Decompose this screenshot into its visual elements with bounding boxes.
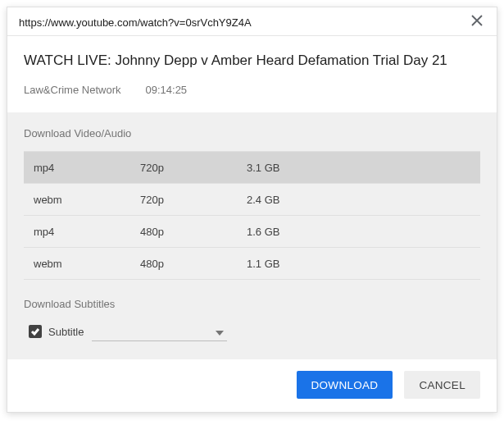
- size-cell: 3.1 GB: [247, 162, 470, 174]
- size-cell: 1.1 GB: [247, 258, 470, 270]
- subtitle-heading: Download Subtitles: [24, 298, 480, 310]
- format-row[interactable]: webm 480p 1.1 GB: [24, 248, 480, 280]
- quality-cell: 720p: [140, 162, 247, 174]
- download-section: Download Video/Audio mp4 720p 3.1 GB web…: [7, 112, 497, 359]
- dialog-header: https://www.youtube.com/watch?v=0srVchY9…: [7, 7, 497, 36]
- subtitle-language-select[interactable]: [92, 322, 227, 341]
- subtitle-section: Download Subtitles Subtitle: [24, 298, 480, 341]
- video-title: WATCH LIVE: Johnny Depp v Amber Heard De…: [24, 53, 480, 69]
- format-row[interactable]: webm 720p 2.4 GB: [24, 184, 480, 216]
- size-cell: 1.6 GB: [247, 226, 470, 238]
- subtitle-row: Subtitle: [24, 322, 480, 341]
- download-button[interactable]: DOWNLOAD: [297, 371, 393, 399]
- video-url: https://www.youtube.com/watch?v=0srVchY9…: [19, 16, 252, 29]
- format-cell: webm: [34, 194, 140, 206]
- channel-name: Law&Crime Network: [24, 84, 120, 96]
- checkbox-icon: [29, 325, 42, 338]
- chevron-down-icon: [216, 324, 224, 339]
- quality-cell: 480p: [140, 226, 247, 238]
- format-cell: mp4: [34, 226, 140, 238]
- subtitle-checkbox[interactable]: Subtitle: [29, 325, 84, 338]
- format-list: mp4 720p 3.1 GB webm 720p 2.4 GB mp4 480…: [24, 151, 480, 280]
- close-icon: [471, 15, 483, 30]
- format-cell: webm: [34, 258, 140, 270]
- video-duration: 09:14:25: [145, 84, 187, 96]
- quality-cell: 720p: [140, 194, 247, 206]
- download-dialog: https://www.youtube.com/watch?v=0srVchY9…: [7, 7, 497, 413]
- format-row[interactable]: mp4 480p 1.6 GB: [24, 216, 480, 248]
- download-heading: Download Video/Audio: [24, 127, 480, 139]
- format-row[interactable]: mp4 720p 3.1 GB: [24, 152, 480, 184]
- close-button[interactable]: [469, 14, 485, 30]
- subtitle-checkbox-label: Subtitle: [48, 326, 84, 338]
- size-cell: 2.4 GB: [247, 194, 470, 206]
- video-meta: Law&Crime Network 09:14:25: [24, 84, 480, 96]
- format-cell: mp4: [34, 162, 140, 174]
- dialog-footer: DOWNLOAD CANCEL: [7, 359, 497, 412]
- quality-cell: 480p: [140, 258, 247, 270]
- dialog-content: WATCH LIVE: Johnny Depp v Amber Heard De…: [7, 36, 497, 112]
- cancel-button[interactable]: CANCEL: [404, 371, 480, 399]
